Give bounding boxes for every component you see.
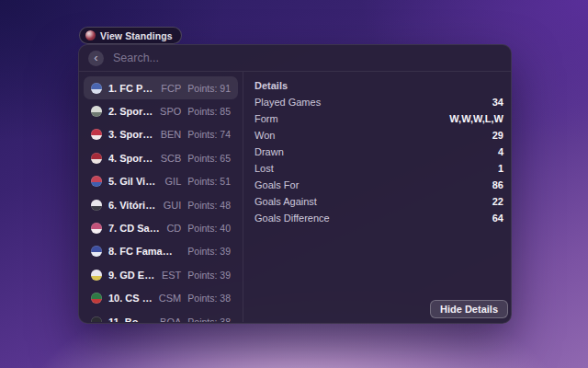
- team-points: Points: 51: [187, 176, 231, 187]
- team-points: Points: 39: [187, 270, 231, 281]
- team-points: Points: 38: [187, 293, 231, 304]
- team-points: Points: 40: [187, 223, 231, 234]
- standings-row[interactable]: 10. CS Marítimo CSM Points: 38: [84, 287, 238, 310]
- team-name: 1. FC Porto: [108, 83, 154, 94]
- hide-details-button[interactable]: Hide Details: [430, 300, 508, 318]
- team-name: 10. CS Marítimo: [108, 293, 153, 304]
- detail-value: 64: [492, 213, 503, 224]
- team-crest-icon: [91, 129, 102, 140]
- team-name: 8. FC Famalicão: [108, 246, 175, 257]
- window-content: 1. FC Porto FCP Points: 91 2. Sporting C…: [79, 72, 511, 322]
- team-crest-icon: [91, 176, 102, 187]
- standings-row[interactable]: 1. FC Porto FCP Points: 91: [84, 76, 238, 99]
- detail-label: Won: [254, 130, 275, 141]
- detail-label: Lost: [254, 163, 274, 174]
- detail-label: Drawn: [254, 146, 284, 157]
- detail-label: Goals Difference: [254, 213, 330, 224]
- team-name: 4. Sporting Clu…: [108, 153, 154, 164]
- standings-row[interactable]: 4. Sporting Clu… SCB Points: 65: [84, 146, 238, 169]
- team-crest-icon: [91, 246, 102, 257]
- team-abbr: BOA: [160, 316, 181, 322]
- detail-value: 4: [498, 146, 503, 157]
- team-name: 6. Vitória SC: [108, 200, 157, 211]
- club-crest-icon: [85, 30, 96, 40]
- detail-label: Form: [254, 113, 278, 124]
- team-crest-icon: [91, 106, 102, 117]
- standings-row[interactable]: 5. Gil Vicente FC GIL Points: 51: [84, 170, 238, 193]
- detail-label: Goals Against: [254, 196, 317, 207]
- standings-row[interactable]: 2. Sporting Clu… SPO Points: 85: [84, 99, 238, 122]
- team-name: 3. Sport Lisboa…: [108, 129, 154, 140]
- team-crest-icon: [91, 270, 102, 281]
- team-name: 5. Gil Vicente FC: [108, 176, 159, 187]
- standings-row[interactable]: 3. Sport Lisboa… BEN Points: 74: [84, 123, 238, 146]
- detail-value: 34: [492, 97, 503, 108]
- view-standings-chip[interactable]: View Standings: [79, 27, 182, 44]
- detail-value: 29: [492, 130, 503, 141]
- detail-row: Goals Difference 64: [254, 210, 503, 226]
- standings-row[interactable]: 7. CD Santa Clara CD Points: 40: [84, 216, 238, 239]
- details-header: Details: [254, 77, 503, 94]
- chevron-left-icon: ‹: [94, 52, 97, 63]
- details-panel: Details Played Games 34 Form W,W,W,L,W W…: [243, 72, 511, 322]
- standings-window: ‹ 1. FC Porto FCP Points: 91 2. Sporting…: [78, 44, 512, 324]
- detail-row: Won 29: [254, 127, 503, 144]
- team-abbr: CSM: [159, 293, 181, 304]
- back-button[interactable]: ‹: [88, 51, 104, 66]
- team-abbr: FCP: [161, 83, 181, 94]
- team-points: Points: 48: [187, 200, 231, 211]
- team-crest-icon: [91, 153, 102, 164]
- standings-row[interactable]: 11. Boavista FC BOA Points: 38: [84, 310, 238, 322]
- team-abbr: BEN: [161, 129, 182, 140]
- team-points: Points: 85: [187, 106, 231, 117]
- detail-value: 22: [492, 196, 503, 207]
- detail-row: Played Games 34: [254, 94, 503, 110]
- detail-row: Form W,W,W,L,W: [254, 110, 503, 127]
- team-crest-icon: [91, 316, 102, 322]
- team-abbr: SCB: [161, 153, 182, 164]
- team-points: Points: 38: [187, 316, 231, 322]
- team-abbr: SPO: [160, 106, 181, 117]
- detail-value: 1: [498, 163, 503, 174]
- standings-row[interactable]: 8. FC Famalicão Points: 39: [84, 240, 238, 263]
- team-points: Points: 91: [187, 83, 231, 94]
- details-rows: Played Games 34 Form W,W,W,L,W Won 29 Dr…: [254, 94, 503, 226]
- team-name: 11. Boavista FC: [108, 316, 153, 322]
- team-crest-icon: [91, 83, 102, 94]
- team-abbr: GUI: [164, 200, 182, 211]
- team-crest-icon: [91, 200, 102, 211]
- detail-row: Goals For 86: [254, 177, 503, 193]
- standings-row[interactable]: 9. GD Estoril Pr… EST Points: 39: [84, 263, 238, 286]
- team-crest-icon: [91, 223, 102, 234]
- team-points: Points: 65: [187, 153, 231, 164]
- detail-label: Played Games: [254, 97, 321, 108]
- detail-row: Lost 1: [254, 160, 503, 177]
- search-bar: ‹: [79, 45, 511, 72]
- team-points: Points: 74: [187, 129, 231, 140]
- team-name: 2. Sporting Clu…: [108, 106, 153, 117]
- team-abbr: CD: [166, 223, 181, 234]
- detail-row: Drawn 4: [254, 144, 503, 160]
- team-crest-icon: [91, 293, 102, 304]
- standings-row[interactable]: 6. Vitória SC GUI Points: 48: [84, 193, 238, 216]
- search-input[interactable]: [113, 52, 502, 64]
- team-name: 9. GD Estoril Pr…: [108, 270, 155, 281]
- team-abbr: EST: [162, 270, 181, 281]
- detail-label: Goals For: [254, 179, 299, 190]
- detail-value: W,W,W,L,W: [449, 113, 503, 124]
- team-name: 7. CD Santa Clara: [108, 223, 160, 234]
- chip-label: View Standings: [100, 30, 173, 41]
- detail-value: 86: [492, 179, 503, 190]
- standings-list: 1. FC Porto FCP Points: 91 2. Sporting C…: [79, 72, 243, 322]
- detail-row: Goals Against 22: [254, 193, 503, 210]
- team-points: Points: 39: [187, 246, 231, 257]
- team-abbr: GIL: [165, 176, 182, 187]
